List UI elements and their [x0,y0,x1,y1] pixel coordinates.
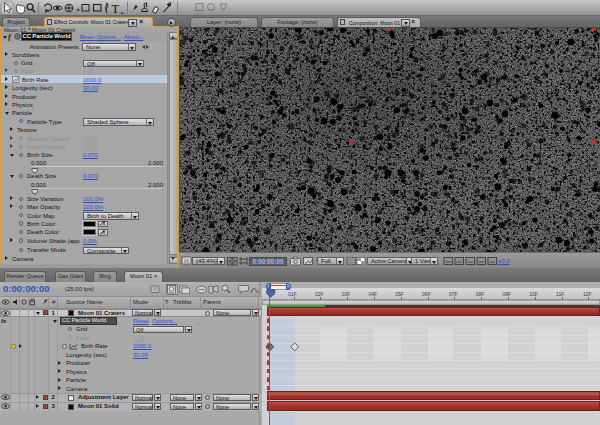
svg-text:f: f [8,33,12,42]
svg-text:T: T [112,2,120,16]
